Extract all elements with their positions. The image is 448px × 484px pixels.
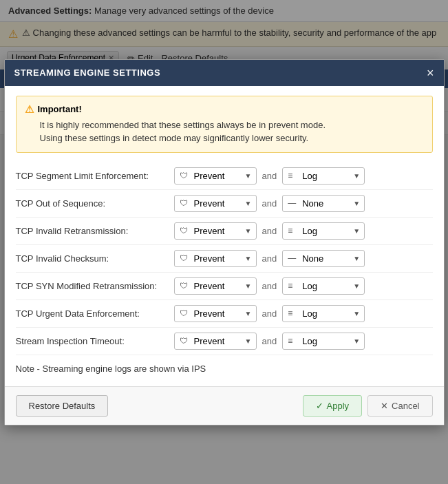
settings-row-0: TCP Segment Limit Enforcement: 🛡 Prevent… (16, 162, 433, 190)
modal-close-button[interactable]: × (427, 67, 434, 79)
important-box: ⚠ Important! It is highly recommended th… (16, 96, 433, 153)
settings-row-5: TCP Urgent Data Enforcement: 🛡 Prevent D… (16, 300, 433, 328)
action-select-6[interactable]: Prevent Detect Inactive (174, 333, 257, 350)
action-dropdown-wrap-1: 🛡 Prevent Detect Inactive ▼ (174, 195, 257, 212)
modal-header: STREAMING ENGINE SETTINGS × (5, 60, 444, 86)
log-select-0[interactable]: Log None (282, 167, 365, 185)
modal-overlay: STREAMING ENGINE SETTINGS × ⚠ Important!… (0, 0, 448, 484)
log-select-5[interactable]: Log None (282, 305, 365, 322)
action-select-4[interactable]: Prevent Detect Inactive (174, 277, 257, 295)
action-dropdown-wrap-2: 🛡 Prevent Detect Inactive ▼ (174, 222, 257, 240)
apply-button[interactable]: ✓ Apply (303, 395, 363, 417)
cancel-label: Cancel (392, 401, 419, 411)
settings-rows: TCP Segment Limit Enforcement: 🛡 Prevent… (16, 162, 433, 355)
action-dropdown-wrap-6: 🛡 Prevent Detect Inactive ▼ (174, 333, 257, 350)
setting-label-3: TCP Invalid Checksum: (16, 253, 174, 264)
important-title-text: Important! (38, 104, 82, 114)
log-dropdown-wrap-2: ≡ Log None ▼ (282, 222, 365, 240)
settings-row-1: TCP Out of Sequence: 🛡 Prevent Detect In… (16, 190, 433, 218)
and-text-2: and (262, 226, 277, 236)
and-text-0: and (262, 171, 277, 181)
action-dropdown-wrap-3: 🛡 Prevent Detect Inactive ▼ (174, 250, 257, 267)
action-dropdown-wrap-5: 🛡 Prevent Detect Inactive ▼ (174, 305, 257, 322)
setting-label-5: TCP Urgent Data Enforcement: (16, 308, 174, 319)
modal-footer: Restore Defaults ✓ Apply ✕ Cancel (5, 386, 444, 425)
and-text-3: and (262, 253, 277, 264)
and-text-4: and (262, 281, 277, 291)
restore-defaults-modal-button[interactable]: Restore Defaults (16, 395, 109, 417)
x-icon: ✕ (381, 401, 388, 411)
footer-right-buttons: ✓ Apply ✕ Cancel (303, 395, 433, 417)
settings-row-2: TCP Invalid Retransmission: 🛡 Prevent De… (16, 218, 433, 245)
setting-label-1: TCP Out of Sequence: (16, 198, 174, 209)
settings-row-4: TCP SYN Modified Retransmission: 🛡 Preve… (16, 273, 433, 300)
settings-row-6: Stream Inspection Timeout: 🛡 Prevent Det… (16, 328, 433, 355)
action-select-2[interactable]: Prevent Detect Inactive (174, 222, 257, 240)
setting-label-6: Stream Inspection Timeout: (16, 336, 174, 346)
action-select-3[interactable]: Prevent Detect Inactive (174, 250, 257, 267)
important-title: ⚠ Important! (25, 103, 424, 116)
note-text: Note - Streaming engine logs are shown v… (16, 364, 433, 374)
important-warn-icon: ⚠ (25, 103, 34, 116)
log-dropdown-wrap-5: ≡ Log None ▼ (282, 305, 365, 322)
checkmark-icon: ✓ (316, 401, 323, 411)
and-text-1: and (262, 198, 277, 209)
modal-body: ⚠ Important! It is highly recommended th… (5, 86, 444, 386)
and-text-5: and (262, 308, 277, 319)
setting-label-0: TCP Segment Limit Enforcement: (16, 171, 174, 181)
log-dropdown-wrap-4: ≡ Log None ▼ (282, 277, 365, 295)
log-select-6[interactable]: Log None (282, 333, 365, 350)
important-line2: Using these settings in detect mode may … (40, 131, 424, 145)
log-dropdown-wrap-3: — Log None ▼ (282, 250, 365, 267)
log-select-1[interactable]: Log None (282, 195, 365, 212)
action-select-5[interactable]: Prevent Detect Inactive (174, 305, 257, 322)
and-text-6: and (262, 336, 277, 346)
action-select-0[interactable]: Prevent Detect Inactive (174, 167, 257, 185)
modal-title: STREAMING ENGINE SETTINGS (14, 67, 161, 78)
cancel-button[interactable]: ✕ Cancel (367, 395, 432, 417)
log-dropdown-wrap-0: ≡ Log None ▼ (282, 167, 365, 185)
page-container: Advanced Settings: Manage very advanced … (0, 0, 448, 135)
log-dropdown-wrap-6: ≡ Log None ▼ (282, 333, 365, 350)
log-dropdown-wrap-1: — Log None ▼ (282, 195, 365, 212)
log-select-3[interactable]: Log None (282, 250, 365, 267)
important-line1: It is highly recommended that these sett… (40, 118, 424, 132)
setting-label-2: TCP Invalid Retransmission: (16, 226, 174, 236)
modal-dialog: STREAMING ENGINE SETTINGS × ⚠ Important!… (4, 59, 445, 425)
apply-label: Apply (327, 401, 350, 411)
log-select-4[interactable]: Log None (282, 277, 365, 295)
action-select-1[interactable]: Prevent Detect Inactive (174, 195, 257, 212)
important-text: It is highly recommended that these sett… (40, 118, 424, 145)
settings-row-3: TCP Invalid Checksum: 🛡 Prevent Detect I… (16, 245, 433, 273)
setting-label-4: TCP SYN Modified Retransmission: (16, 281, 174, 291)
action-dropdown-wrap-4: 🛡 Prevent Detect Inactive ▼ (174, 277, 257, 295)
log-select-2[interactable]: Log None (282, 222, 365, 240)
action-dropdown-wrap-0: 🛡 Prevent Detect Inactive ▼ (174, 167, 257, 185)
